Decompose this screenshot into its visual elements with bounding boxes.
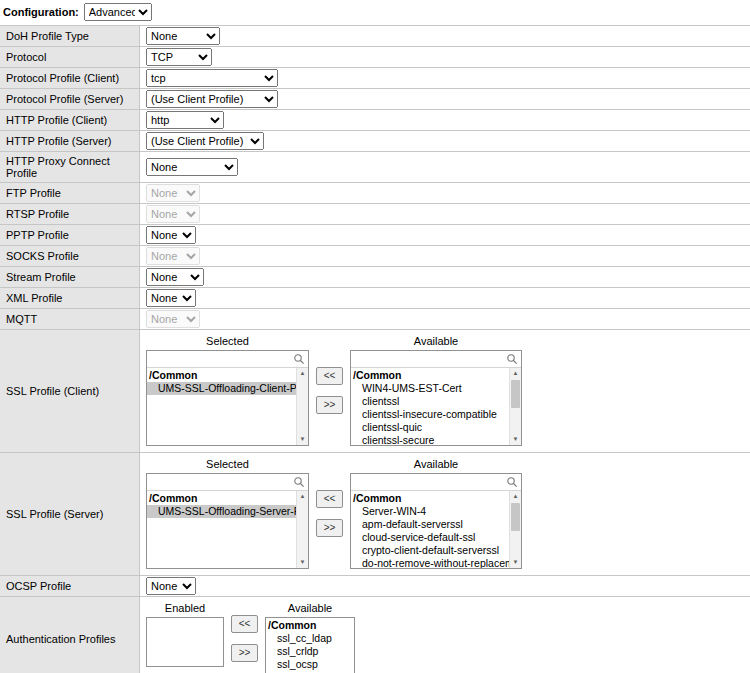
scrollbar[interactable]: ▲ ▼: [509, 368, 521, 445]
mqtt-value: None: [140, 309, 750, 329]
list-item[interactable]: UMS-SSL-Offloading-Server-Profile: [147, 505, 296, 518]
scrollbar[interactable]: ▲ ▼: [296, 491, 308, 568]
row-http-profile-client: HTTP Profile (Client) http: [0, 110, 750, 131]
scroll-down-icon[interactable]: ▼: [297, 557, 308, 568]
http-profile-client-value: http: [140, 110, 750, 130]
auth-available-header: Available: [265, 601, 355, 617]
list-item[interactable]: cloud-service-default-ssl: [351, 531, 509, 544]
ssl-server-selected-header: Selected: [146, 457, 309, 473]
scroll-thumb[interactable]: [511, 380, 520, 408]
row-pptp-profile: PPTP Profile None: [0, 225, 750, 246]
ocsp-profile-select[interactable]: None: [146, 577, 196, 595]
doh-profile-type-select[interactable]: None: [146, 27, 220, 45]
list-item[interactable]: ssl_ocsp: [266, 658, 354, 671]
scroll-thumb[interactable]: [511, 503, 520, 531]
scroll-track[interactable]: [297, 379, 308, 434]
scrollbar[interactable]: ▲ ▼: [296, 368, 308, 445]
protocol-profile-server-select[interactable]: (Use Client Profile): [146, 90, 278, 108]
auth-enabled-header: Enabled: [146, 601, 224, 617]
auth-available-listbox: /Common ssl_cc_ldap ssl_crldp ssl_ocsp: [265, 617, 355, 673]
row-xml-profile: XML Profile None: [0, 288, 750, 309]
list-item[interactable]: crypto-client-default-serverssl: [351, 544, 509, 557]
list-item[interactable]: clientssl: [351, 395, 509, 408]
ssl-profile-server-label: SSL Profile (Server): [0, 453, 140, 575]
socks-profile-value: None: [140, 246, 750, 266]
row-stream-profile: Stream Profile None: [0, 267, 750, 288]
scroll-down-icon[interactable]: ▼: [297, 434, 308, 445]
list-item[interactable]: ssl_cc_ldap: [266, 632, 354, 645]
list-item[interactable]: ssl_crldp: [266, 645, 354, 658]
scroll-up-icon[interactable]: ▲: [510, 368, 521, 379]
row-authentication-profiles: Authentication Profiles Enabled << >> Av…: [0, 597, 750, 673]
xml-profile-select[interactable]: None: [146, 289, 196, 307]
scroll-track[interactable]: [510, 502, 521, 557]
protocol-profile-client-select[interactable]: tcp: [146, 69, 278, 87]
auth-enabled-listbox[interactable]: [146, 617, 224, 667]
configuration-select[interactable]: Advanced: [84, 3, 152, 21]
ssl-client-selected-column: Selected /Common UMS-SSL-Offloading-Clie…: [146, 334, 309, 446]
move-right-button[interactable]: >>: [316, 519, 343, 537]
auth-available-column: Available /Common ssl_cc_ldap ssl_crldp …: [265, 601, 355, 673]
scroll-up-icon[interactable]: ▲: [297, 491, 308, 502]
move-left-button[interactable]: <<: [231, 615, 258, 633]
list-item[interactable]: do-not-remove-without-replacement: [351, 557, 509, 568]
scroll-down-icon[interactable]: ▼: [510, 557, 521, 568]
ssl-profile-server-value: Selected /Common UMS-SSL-Offloading-Serv…: [140, 453, 750, 575]
ssl-client-available-items: /Common WIN4-UMS-EST-Cert clientssl clie…: [351, 368, 509, 445]
stream-profile-select[interactable]: None: [146, 268, 204, 286]
scroll-up-icon[interactable]: ▲: [297, 368, 308, 379]
move-left-button[interactable]: <<: [316, 490, 343, 508]
ssl-client-selected-header: Selected: [146, 334, 309, 350]
ssl-server-selected-search-input[interactable]: [149, 475, 293, 489]
row-ocsp-profile: OCSP Profile None: [0, 576, 750, 597]
http-proxy-connect-profile-select[interactable]: None: [146, 158, 238, 176]
protocol-value: TCP: [140, 47, 750, 67]
protocol-profile-server-label: Protocol Profile (Server): [0, 89, 140, 109]
scrollbar[interactable]: ▲ ▼: [509, 491, 521, 568]
list-item[interactable]: clientssl-insecure-compatible: [351, 408, 509, 421]
http-proxy-connect-profile-label: HTTP Proxy Connect Profile: [0, 152, 140, 182]
list-item[interactable]: UMS-SSL-Offloading-Client-Profile: [147, 382, 296, 395]
ssl-server-available-items: /Common Server-WIN-4 apm-default-servers…: [351, 491, 509, 568]
list-item[interactable]: clientssl-quic: [351, 421, 509, 434]
row-socks-profile: SOCKS Profile None: [0, 246, 750, 267]
list-item[interactable]: clientssl-secure: [351, 434, 509, 445]
pptp-profile-select[interactable]: None: [146, 226, 196, 244]
folder-label: /Common: [351, 369, 509, 382]
move-left-button[interactable]: <<: [316, 367, 343, 385]
ocsp-profile-value: None: [140, 576, 750, 596]
authentication-profiles-value: Enabled << >> Available /Common ssl_cc_l…: [140, 597, 750, 673]
row-http-proxy-connect-profile: HTTP Proxy Connect Profile None: [0, 152, 750, 183]
list-item[interactable]: apm-default-serverssl: [351, 518, 509, 531]
row-doh-profile-type: DoH Profile Type None: [0, 26, 750, 47]
folder-label: /Common: [351, 492, 509, 505]
ssl-client-available-column: Available /Common WIN4-UMS-EST-Cert: [350, 334, 522, 446]
list-item[interactable]: Server-WIN-4: [351, 505, 509, 518]
row-protocol-profile-server: Protocol Profile (Server) (Use Client Pr…: [0, 89, 750, 110]
protocol-select[interactable]: TCP: [146, 48, 212, 66]
ssl-client-move-buttons: << >>: [316, 367, 343, 414]
move-right-button[interactable]: >>: [231, 644, 258, 662]
http-profile-server-select[interactable]: (Use Client Profile): [146, 132, 264, 150]
scroll-down-icon[interactable]: ▼: [510, 434, 521, 445]
protocol-label: Protocol: [0, 47, 140, 67]
doh-profile-type-label: DoH Profile Type: [0, 26, 140, 46]
ssl-client-selected-search-input[interactable]: [149, 352, 293, 366]
row-ssl-profile-client: SSL Profile (Client) Selected: [0, 330, 750, 453]
configuration-bar: Configuration: Advanced: [0, 0, 750, 25]
move-right-button[interactable]: >>: [316, 396, 343, 414]
list-item[interactable]: WIN4-UMS-EST-Cert: [351, 382, 509, 395]
folder-label: /Common: [147, 492, 296, 505]
scroll-up-icon[interactable]: ▲: [510, 491, 521, 502]
scroll-track[interactable]: [297, 502, 308, 557]
ssl-client-available-searchrow: [351, 351, 521, 368]
row-protocol: Protocol TCP: [0, 47, 750, 68]
ftp-profile-label: FTP Profile: [0, 183, 140, 203]
http-profile-server-value: (Use Client Profile): [140, 131, 750, 151]
protocol-profile-client-value: tcp: [140, 68, 750, 88]
ssl-server-available-search-input[interactable]: [353, 475, 506, 489]
row-ftp-profile: FTP Profile None: [0, 183, 750, 204]
ssl-client-available-search-input[interactable]: [353, 352, 506, 366]
http-profile-client-select[interactable]: http: [146, 111, 224, 129]
scroll-track[interactable]: [510, 379, 521, 434]
